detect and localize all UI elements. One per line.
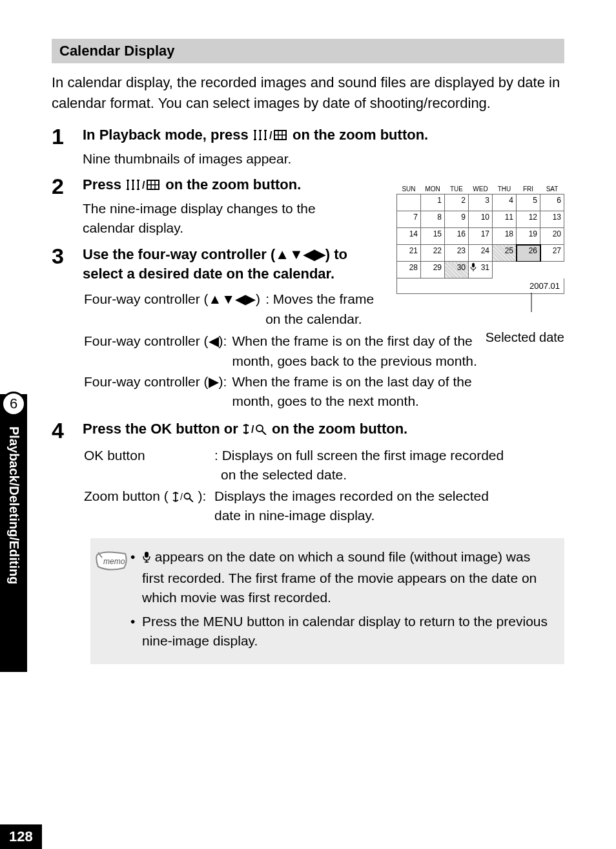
s4-row1-l: OK button <box>84 448 145 463</box>
s4-row2-r2: date in nine-image display. <box>214 508 375 523</box>
step-1-title: In Playback mode, press / <box>83 125 564 147</box>
calendar-footer: 2007.01 <box>396 278 564 294</box>
step-4-title-a: Press the OK button or <box>83 421 242 437</box>
calendar-caption: Selected date <box>396 330 564 345</box>
memo-item-1: appears on the date on which a sound fil… <box>130 547 554 607</box>
step-4: 4 Press the OK button or / on the zoom b… <box>52 419 564 527</box>
arrows-icon: ▲▼◀▶ <box>275 246 325 262</box>
s4-row1-r2: on the selected date. <box>214 467 347 482</box>
s3-row3-l: Four-way controller (▶): <box>84 374 227 389</box>
cal-cell: 16 <box>445 228 469 245</box>
cal-cell: 17 <box>469 228 493 245</box>
section-title: Calendar Display <box>52 39 564 63</box>
chapter-label: Playback/Deleting/Editing <box>0 423 27 668</box>
chapter-tab: 6 Playback/Deleting/Editing <box>0 394 27 672</box>
cal-cell-val: 31 <box>481 263 489 272</box>
step-2-desc: The nine-image display changes to the ca… <box>83 199 367 238</box>
s3-row1-l: Four-way controller (▲▼◀▶) <box>84 291 260 306</box>
calendar-table: SUN MON TUE WED THU FRI SAT 1 2 3 4 5 6 … <box>396 184 564 278</box>
step-3-title: Use the four-way controller (▲▼◀▶) to se… <box>83 245 367 285</box>
step-2-title-a: Press <box>83 176 125 193</box>
step-3-title-a: Use the four-way controller ( <box>83 246 275 262</box>
cal-cell: 14 <box>397 228 421 245</box>
s3-row3-r1: When the frame is on the last day of the <box>232 374 471 389</box>
step-4-title-b: on the zoom button. <box>272 421 407 437</box>
s4-row2-l-b: ): <box>198 488 206 503</box>
svg-line-15 <box>189 498 193 502</box>
step-4-table: OK button : Displays on full screen the … <box>83 445 509 527</box>
mic-icon <box>470 263 477 274</box>
memo-item-1-text: appears on the date on which a sound fil… <box>142 549 537 605</box>
cal-cell: 9 <box>445 211 469 228</box>
step-1: 1 In Playback mode, press / <box>52 125 564 169</box>
step-4-title: Press the OK button or / on the zoom but… <box>83 419 564 441</box>
cal-cell: 6 <box>540 194 564 211</box>
cal-cell: 19 <box>517 228 540 245</box>
cal-cell: 18 <box>493 228 517 245</box>
cal-cell-thumb: 25 <box>493 245 517 262</box>
s3-row1-r1: : Moves the frame <box>265 291 374 306</box>
step-2-title: Press / <box>83 175 367 196</box>
memo-body: appears on the date on which a sound fil… <box>130 547 554 655</box>
step-3-table: Four-way controller (▲▼◀▶) : Moves the f… <box>83 288 379 330</box>
zoom-out-multi-icon: / <box>125 176 161 196</box>
svg-text:/: / <box>180 492 183 502</box>
cal-day-head: SUN <box>397 184 421 194</box>
cal-cell: 27 <box>540 245 564 262</box>
svg-text:/: / <box>269 130 272 141</box>
cal-cell: 24 <box>469 245 493 262</box>
step-number: 2 <box>52 175 83 197</box>
calendar-figure: SUN MON TUE WED THU FRI SAT 1 2 3 4 5 6 … <box>396 184 564 345</box>
step-1-desc: Nine thumbnails of images appear. <box>83 149 564 169</box>
callout-line <box>531 293 532 312</box>
svg-rect-20 <box>472 263 475 267</box>
s3-row2-r2: month, goes back to the previous month. <box>232 353 477 368</box>
memo-block: memo appears on the date on which a soun… <box>90 538 564 664</box>
s4-row2-l-a: Zoom button ( <box>84 488 172 503</box>
cal-cell: 13 <box>540 211 564 228</box>
svg-text:/: / <box>142 180 145 191</box>
s4-row1-r1: : Displays on full screen the first imag… <box>214 448 504 463</box>
intro-text: In calendar display, the recorded images… <box>52 72 564 114</box>
svg-line-12 <box>262 431 266 435</box>
cal-cell-selected: 26 <box>517 245 540 262</box>
cal-cell: 29 <box>421 262 445 278</box>
s3-row2-l: Four-way controller (◀): <box>84 333 227 348</box>
cal-cell: 11 <box>493 211 517 228</box>
memo-item-2: Press the MENU button in calendar displa… <box>130 612 554 651</box>
cal-cell-thumb: 30 <box>445 262 469 278</box>
cal-day-head: THU <box>493 184 517 194</box>
svg-rect-17 <box>145 552 149 558</box>
cal-day-head: SAT <box>540 184 564 194</box>
page-number: 128 <box>0 824 42 849</box>
s3-row1-r2: on the calendar. <box>265 311 362 326</box>
zoom-in-icon: / <box>242 421 268 441</box>
cal-cell: 28 <box>397 262 421 278</box>
mic-icon <box>142 549 151 568</box>
cal-day-head: FRI <box>517 184 540 194</box>
svg-point-11 <box>256 425 263 432</box>
step-number: 1 <box>52 125 83 147</box>
memo-icon: memo <box>96 550 130 574</box>
cal-cell: 4 <box>493 194 517 211</box>
cal-cell: 22 <box>421 245 445 262</box>
svg-text:memo: memo <box>103 557 125 566</box>
cal-cell: 3 <box>469 194 493 211</box>
s3-row3-r2: month, goes to the next month. <box>232 393 419 408</box>
zoom-out-multi-icon: / <box>252 127 289 147</box>
cal-cell: 7 <box>397 211 421 228</box>
cal-cell-empty <box>540 262 564 278</box>
cal-cell: 1 <box>421 194 445 211</box>
cal-day-head: MON <box>421 184 445 194</box>
step-number: 3 <box>52 245 83 267</box>
zoom-in-icon: / <box>172 488 194 507</box>
step-number: 4 <box>52 419 83 441</box>
cal-cell: 20 <box>540 228 564 245</box>
chapter-number: 6 <box>1 392 26 416</box>
cal-cell: 15 <box>421 228 445 245</box>
step-1-title-b: on the zoom button. <box>293 127 428 143</box>
cal-cell: 21 <box>397 245 421 262</box>
cal-cell: 10 <box>469 211 493 228</box>
cal-day-head: TUE <box>445 184 469 194</box>
step-2-title-b: on the zoom button. <box>165 176 301 193</box>
